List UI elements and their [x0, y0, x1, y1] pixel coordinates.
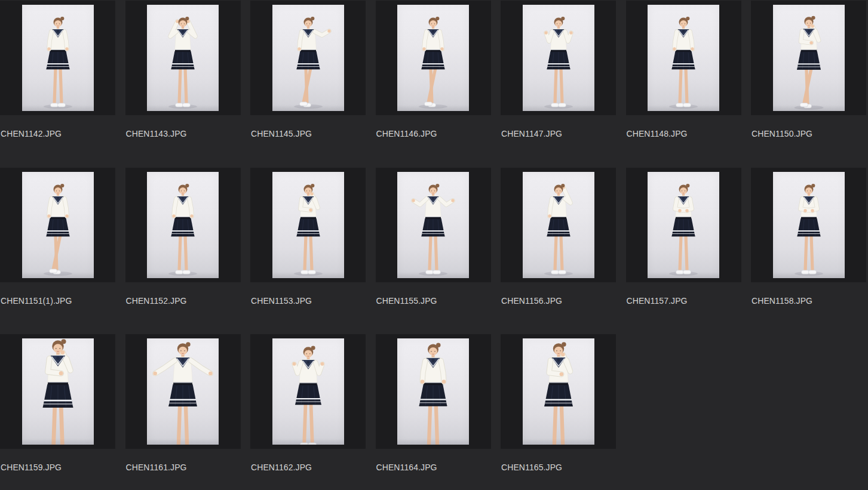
person-figure: [397, 172, 469, 278]
person-figure: [648, 172, 719, 278]
person: [44, 183, 72, 275]
filename-label: CHEN1158.JPG: [752, 296, 866, 306]
thumbnail-tile[interactable]: [626, 168, 741, 282]
file-item[interactable]: CHEN1159.JPG: [0, 334, 115, 490]
file-item[interactable]: CHEN1145.JPG: [250, 1, 366, 168]
filename-label: CHEN1165.JPG: [501, 463, 616, 472]
filename-label: CHEN1159.JPG: [1, 463, 115, 472]
person-figure: [272, 172, 344, 278]
person-figure: [22, 5, 94, 111]
photo-thumbnail: [22, 5, 94, 111]
file-item[interactable]: CHEN1148.JPG: [626, 1, 741, 168]
person: [168, 17, 197, 109]
photo-thumbnail: [773, 172, 845, 278]
filename-label: CHEN1156.JPG: [501, 296, 616, 306]
person-figure: [272, 338, 344, 445]
person-figure: [397, 338, 469, 445]
person: [168, 183, 197, 275]
file-item[interactable]: CHEN1155.JPG: [376, 168, 491, 335]
thumbnail-tile[interactable]: [626, 1, 741, 115]
person: [419, 17, 447, 109]
thumbnail-tile[interactable]: [376, 334, 491, 449]
photo-thumbnail: [272, 338, 344, 445]
file-item[interactable]: CHEN1156.JPG: [501, 168, 616, 335]
thumbnail-tile[interactable]: [501, 1, 616, 115]
filename-label: CHEN1152.JPG: [126, 296, 241, 306]
photo-thumbnail: [272, 5, 344, 111]
thumbnail-tile[interactable]: [125, 1, 241, 115]
person-figure: [272, 5, 344, 111]
thumbnail-tile[interactable]: [250, 168, 366, 282]
file-item[interactable]: CHEN1158.JPG: [751, 168, 866, 335]
file-item[interactable]: CHEN1143.JPG: [125, 1, 241, 168]
photo-thumbnail: [397, 338, 469, 445]
photo-thumbnail: [272, 172, 344, 278]
file-item[interactable]: CHEN1142.JPG: [0, 1, 115, 168]
person-figure: [397, 5, 469, 111]
thumbnail-tile[interactable]: [0, 1, 115, 115]
thumbnail-tile[interactable]: [0, 334, 115, 449]
file-item[interactable]: CHEN1153.JPG: [250, 168, 366, 335]
person-figure: [523, 172, 594, 278]
filename-label: CHEN1150.JPG: [752, 129, 866, 138]
person: [39, 339, 76, 445]
person: [669, 183, 698, 275]
thumbnail-tile[interactable]: [125, 168, 241, 282]
person-figure: [147, 172, 219, 278]
thumbnail-tile[interactable]: [751, 168, 866, 282]
person: [294, 183, 323, 275]
person-figure: [523, 338, 594, 445]
file-item[interactable]: CHEN1150.JPG: [751, 1, 866, 168]
person: [153, 342, 212, 445]
filename-label: CHEN1143.JPG: [126, 129, 241, 138]
thumbnail-tile[interactable]: [501, 334, 616, 449]
thumbnail-tile[interactable]: [125, 334, 241, 449]
person: [541, 342, 576, 445]
person-figure: [22, 172, 94, 278]
thumbnail-tile[interactable]: [751, 1, 866, 115]
file-item[interactable]: CHEN1164.JPG: [376, 334, 491, 490]
filename-label: CHEN1145.JPG: [251, 129, 366, 138]
photo-thumbnail: [648, 172, 719, 278]
filename-label: CHEN1142.JPG: [1, 129, 115, 138]
photo-thumbnail: [523, 338, 594, 445]
person: [794, 16, 823, 110]
thumbnail-grid: CHEN1142.JPG: [0, 1, 866, 490]
photo-thumbnail: [648, 5, 719, 111]
file-item[interactable]: CHEN1152.JPG: [125, 168, 241, 335]
person: [669, 17, 698, 109]
thumbnail-tile[interactable]: [0, 168, 115, 282]
file-item[interactable]: CHEN1162.JPG: [250, 334, 366, 490]
filename-label: CHEN1153.JPG: [251, 296, 366, 306]
person-figure: [648, 5, 719, 111]
filename-label: CHEN1147.JPG: [501, 129, 616, 138]
filename-label: CHEN1151(1).JPG: [1, 296, 115, 306]
photo-thumbnail: [397, 172, 469, 278]
thumbnail-tile[interactable]: [501, 168, 616, 282]
person-figure: [147, 5, 219, 111]
thumbnail-tile[interactable]: [376, 168, 491, 282]
thumbnail-tile[interactable]: [250, 334, 366, 449]
file-item[interactable]: CHEN1147.JPG: [501, 1, 616, 168]
person: [795, 183, 823, 275]
filename-label: CHEN1148.JPG: [627, 129, 741, 138]
person: [294, 17, 331, 109]
filename-label: CHEN1164.JPG: [376, 463, 491, 472]
thumbnail-tile[interactable]: [376, 1, 491, 115]
file-item[interactable]: CHEN1165.JPG: [501, 334, 616, 490]
person: [416, 343, 450, 445]
file-item[interactable]: CHEN1157.JPG: [626, 168, 741, 335]
file-item[interactable]: CHEN1151(1).JPG: [0, 168, 115, 335]
file-item[interactable]: CHEN1146.JPG: [376, 1, 491, 168]
photo-thumbnail: [147, 338, 219, 445]
photo-thumbnail: [22, 172, 94, 278]
person-figure: [22, 338, 94, 445]
photo-thumbnail: [773, 5, 845, 111]
person: [412, 183, 454, 275]
thumbnail-tile[interactable]: [250, 1, 366, 115]
file-item[interactable]: CHEN1161.JPG: [125, 334, 241, 490]
person-figure: [773, 172, 845, 278]
person: [544, 17, 573, 109]
filename-label: CHEN1155.JPG: [376, 296, 491, 306]
person: [544, 183, 573, 275]
